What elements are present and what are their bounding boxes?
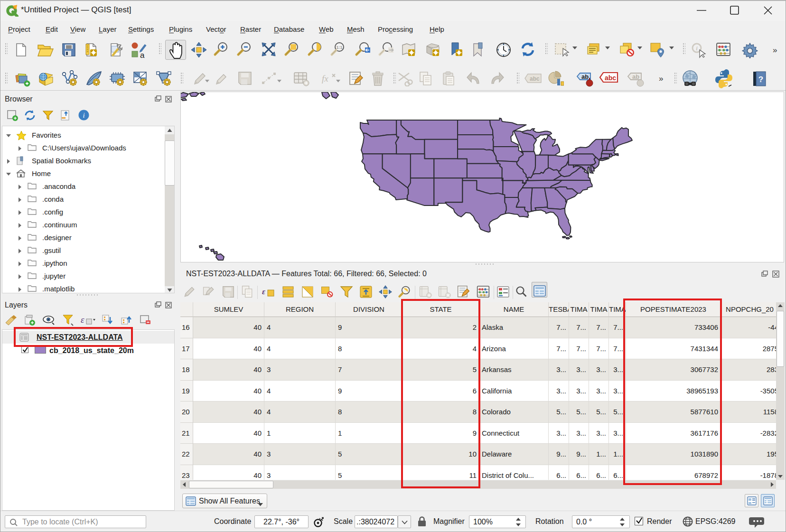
svg-text:abc: abc [605, 74, 616, 82]
svg-text:fx: fx [322, 74, 328, 84]
svg-text:1:1: 1:1 [336, 45, 342, 50]
svg-text:ε: ε [81, 315, 84, 325]
svg-text:ab: ab [581, 73, 589, 80]
svg-text:a: a [140, 51, 145, 59]
svg-text:i: i [83, 112, 84, 119]
svg-text:i: i [696, 45, 698, 52]
svg-text:?: ? [758, 75, 763, 84]
svg-text:ε: ε [262, 287, 265, 296]
svg-text:abc: abc [530, 75, 540, 82]
svg-text:ab: ab [632, 73, 639, 80]
